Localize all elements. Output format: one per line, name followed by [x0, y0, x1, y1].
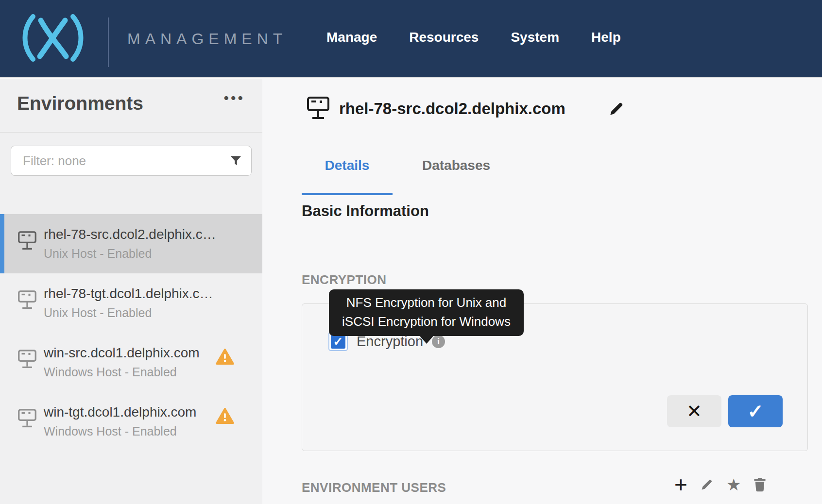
edit-user-pencil-icon[interactable]	[700, 478, 714, 491]
environment-users-label: ENVIRONMENT USERS	[302, 480, 446, 495]
environments-sidebar: Environments ••• rhel-78-src.dcol2.delph…	[0, 79, 262, 504]
environment-status: Unix Host - Enabled	[44, 247, 262, 261]
environment-row-win-tgt[interactable]: win-tgt.dcol1.delphix.com Windows Host -…	[0, 392, 262, 451]
environment-row-rhel-78-tgt[interactable]: rhel-78-tgt.dcol1.delphix.c… Unix Host -…	[0, 273, 262, 333]
tooltip-line-2: iSCSI Encryption for Windows	[329, 312, 524, 331]
nav-links: Manage Resources System Help	[326, 30, 621, 45]
warning-icon[interactable]	[216, 407, 234, 426]
host-icon	[17, 348, 37, 372]
active-tab-underline	[302, 193, 393, 195]
logo-divider	[108, 17, 109, 67]
environment-name: rhel-78-tgt.dcol1.delphix.c…	[44, 286, 262, 302]
host-icon	[17, 407, 37, 432]
sidebar-divider	[0, 132, 262, 133]
delete-user-trash-icon[interactable]	[754, 477, 766, 492]
tab-details[interactable]: Details	[302, 158, 393, 173]
environment-name: rhel-78-src.dcol2.delphix.c…	[44, 227, 262, 242]
section-heading: Basic Information	[302, 202, 429, 220]
cancel-button[interactable]: ✕	[667, 395, 721, 427]
tooltip-line-1: NFS Encryption for Unix and	[329, 293, 524, 312]
environment-status: Windows Host - Enabled	[44, 424, 262, 438]
encryption-section-label: ENCRYPTION	[302, 272, 387, 287]
filter-input[interactable]	[11, 146, 251, 175]
details-pane: rhel-78-src.dcol2.delphix.com Details Da…	[262, 79, 822, 504]
close-icon: ✕	[686, 401, 702, 422]
top-navbar: MANAGEMENT Manage Resources System Help	[0, 0, 822, 78]
encryption-tooltip: NFS Encryption for Unix and iSCSI Encryp…	[329, 289, 524, 336]
nav-item-system[interactable]: System	[511, 30, 559, 45]
host-icon	[17, 230, 37, 254]
host-icon	[306, 95, 330, 124]
warning-icon[interactable]	[216, 348, 234, 367]
nav-item-manage[interactable]: Manage	[326, 30, 377, 45]
environment-users-actions: + ★	[674, 473, 766, 496]
host-icon	[17, 289, 37, 313]
product-name: MANAGEMENT	[127, 30, 287, 48]
tab-databases[interactable]: Databases	[415, 158, 497, 173]
edit-pencil-icon[interactable]	[608, 101, 625, 119]
environment-status: Windows Host - Enabled	[44, 365, 262, 379]
nav-item-help[interactable]: Help	[591, 30, 621, 45]
ellipsis-menu-icon[interactable]: •••	[223, 90, 245, 106]
primary-user-star-icon[interactable]: ★	[726, 476, 741, 493]
environment-row-rhel-78-src[interactable]: rhel-78-src.dcol2.delphix.c… Unix Host -…	[0, 214, 262, 273]
checkbox-check-icon: ✓	[331, 334, 345, 349]
environment-status: Unix Host - Enabled	[44, 306, 262, 320]
sidebar-title: Environments	[17, 93, 143, 114]
delphix-logo-icon	[17, 13, 89, 65]
nav-item-resources[interactable]: Resources	[409, 30, 479, 45]
check-icon: ✓	[747, 400, 764, 422]
environment-row-win-src[interactable]: win-src.dcol1.delphix.com Windows Host -…	[0, 333, 262, 392]
confirm-button[interactable]: ✓	[728, 395, 783, 427]
add-user-icon[interactable]: +	[674, 473, 687, 496]
environment-list: rhel-78-src.dcol2.delphix.c… Unix Host -…	[0, 214, 262, 451]
filter-funnel-icon[interactable]	[229, 154, 242, 169]
filter-box	[11, 146, 252, 176]
info-icon[interactable]: i	[432, 335, 445, 348]
page-title: rhel-78-src.dcol2.delphix.com	[339, 100, 565, 118]
